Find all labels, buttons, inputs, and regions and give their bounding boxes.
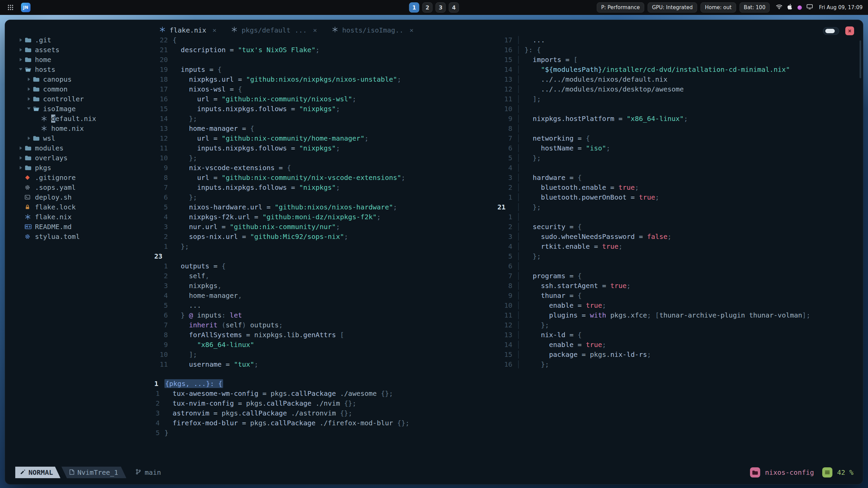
code-line[interactable]: 3 nixpkgs, xyxy=(154,281,497,290)
code-line[interactable]: 15│ imports = [ xyxy=(497,55,862,64)
code-line[interactable]: 21 description = "tux's NixOS Flake"; xyxy=(154,45,497,55)
code-line[interactable]: 4│ xyxy=(497,163,862,172)
code-line[interactable]: 16│ }; xyxy=(497,359,862,369)
code-line[interactable]: 9│ thunar = { xyxy=(497,290,862,300)
tab-hosts-isoimag-[interactable]: hosts/isoImag..× xyxy=(332,26,414,34)
status-badge[interactable]: Bat: 100 xyxy=(739,2,770,13)
code-line[interactable]: 3│ hardware = { xyxy=(497,172,862,182)
code-line[interactable]: 7 inherit (self) outputs; xyxy=(154,320,497,330)
tree-item-flake-nix[interactable]: flake.nix xyxy=(12,212,158,222)
code-line[interactable]: 1 tux-awesome-wm-config = pkgs.callPacka… xyxy=(154,388,859,398)
tree-item-home[interactable]: home xyxy=(12,55,158,64)
code-line[interactable]: 12 url = "github:nix-community/home-mana… xyxy=(154,133,497,143)
chevron-right-icon[interactable] xyxy=(25,97,33,101)
code-line[interactable]: 8│ xyxy=(497,123,862,133)
code-line[interactable]: 13│ ../../modules/nixos/default.nix xyxy=(497,74,862,84)
workspace-3[interactable]: 3 xyxy=(436,2,446,13)
chevron-right-icon[interactable] xyxy=(25,137,33,140)
code-line[interactable]: 17 nixos-wsl = { xyxy=(154,84,497,94)
tree-item-wsl[interactable]: wsl xyxy=(12,133,158,143)
tree-item-isoimage[interactable]: isoImage xyxy=(12,104,158,114)
editor-right-split[interactable]: 17│ ...16│}: {15│ imports = [14│ "${modu… xyxy=(497,35,862,369)
scrollbar-thumb[interactable] xyxy=(860,40,861,78)
code-line[interactable]: 17│ ... xyxy=(497,35,862,45)
accent-dot-icon[interactable] xyxy=(797,5,802,10)
tree-item-stylua-toml[interactable]: stylua.toml xyxy=(12,231,158,241)
code-line[interactable]: 15│ package = pkgs.nix-ld-rs; xyxy=(497,349,862,359)
code-line[interactable]: 10│ xyxy=(497,104,862,114)
code-line[interactable]: 9 nix-vscode-extensions = { xyxy=(154,163,497,172)
tree-item-common[interactable]: common xyxy=(12,84,158,94)
wifi-icon[interactable] xyxy=(776,4,783,11)
tab-pkgs-default-[interactable]: pkgs/default ...× xyxy=(231,26,317,34)
code-line[interactable]: 2 tux-nvim-config = pkgs.callPackage ./n… xyxy=(154,398,859,408)
code-line[interactable]: 4 nixpkgs-f2k.url = "github:moni-dz/nixp… xyxy=(154,212,497,222)
chevron-right-icon[interactable] xyxy=(17,38,25,42)
tab-flake-nix[interactable]: flake.nix× xyxy=(159,26,216,34)
tab-close-icon[interactable]: × xyxy=(212,26,216,34)
apple-icon[interactable] xyxy=(787,4,793,11)
tree-item-overlays[interactable]: overlays xyxy=(12,153,158,163)
chevron-right-icon[interactable] xyxy=(17,146,25,150)
window-toggle[interactable] xyxy=(823,27,839,35)
tree-item-default-nix[interactable]: default.nix xyxy=(12,114,158,123)
code-line[interactable]: 20 xyxy=(154,55,497,64)
tree-item-canopus[interactable]: canopus xyxy=(12,74,158,84)
code-line[interactable]: 22{ xyxy=(154,35,497,45)
code-line[interactable]: 7│ networking = { xyxy=(497,133,862,143)
code-line[interactable]: 4 firefox-mod-blur = pkgs.callPackage ./… xyxy=(154,418,859,428)
chevron-right-icon[interactable] xyxy=(25,87,33,91)
tab-close-icon[interactable]: × xyxy=(410,26,414,34)
tree-item-flake-lock[interactable]: flake.lock xyxy=(12,202,158,212)
code-line[interactable]: 8│ ssh.startAgent = true; xyxy=(497,281,862,290)
code-line[interactable]: 3 astronvim = pkgs.callPackage ./astronv… xyxy=(154,408,859,418)
code-line[interactable]: 23 xyxy=(154,251,497,261)
code-line[interactable]: 2│ bluetooth.enable = true; xyxy=(497,182,862,192)
workspace-2[interactable]: 2 xyxy=(422,2,433,13)
tree-item--git[interactable]: .git xyxy=(12,35,158,45)
editor-bottom-split[interactable]: 1{pkgs, ...}: {1 tux-awesome-wm-config =… xyxy=(154,379,859,438)
workspace-1[interactable]: 1 xyxy=(409,2,419,13)
jn-badge[interactable]: JN xyxy=(21,3,31,12)
code-line[interactable]: 16│}: { xyxy=(497,45,862,55)
code-line[interactable]: 11│ ]; xyxy=(497,94,862,104)
code-line[interactable]: 18 nixpkgs.url = "github:nixos/nixpkgs/n… xyxy=(154,74,497,84)
window-close-button[interactable]: × xyxy=(845,26,854,35)
code-line[interactable]: 1│ xyxy=(497,212,862,222)
tree-item--sops-yaml[interactable]: .sops.yaml xyxy=(12,182,158,192)
code-line[interactable]: 19 inputs = { xyxy=(154,64,497,74)
tree-item-deploy-sh[interactable]: deploy.sh xyxy=(12,192,158,202)
status-badge[interactable]: P: Performance xyxy=(597,2,644,13)
code-line[interactable]: 7 inputs.nixpkgs.follows = "nixpkgs"; xyxy=(154,182,497,192)
code-line[interactable]: 13 home-manager = { xyxy=(154,123,497,133)
code-line[interactable]: 1│ bluetooth.powerOnBoot = true; xyxy=(497,192,862,202)
status-badge[interactable]: GPU: Integrated xyxy=(648,2,697,13)
tree-item-home-nix[interactable]: home.nix xyxy=(12,123,158,133)
code-line[interactable]: 1 }; xyxy=(154,241,497,251)
code-line[interactable]: 14│ enable = true; xyxy=(497,340,862,349)
code-line[interactable]: 2 sops-nix.url = "github:Mic92/sops-nix"… xyxy=(154,231,497,241)
chevron-down-icon[interactable] xyxy=(17,68,25,70)
chevron-right-icon[interactable] xyxy=(17,48,25,52)
tab-close-icon[interactable]: × xyxy=(313,26,317,34)
code-line[interactable]: 8 forAllSystems = nixpkgs.lib.genAttrs [ xyxy=(154,330,497,340)
code-line[interactable]: 6│ hostName = "iso"; xyxy=(497,143,862,153)
display-icon[interactable] xyxy=(807,4,813,11)
code-line[interactable]: 5│ }; xyxy=(497,251,862,261)
code-line[interactable]: 8 url = "github:nix-community/nix-vscode… xyxy=(154,172,497,182)
code-line[interactable]: 2│ security = { xyxy=(497,222,862,231)
code-line[interactable]: 15 inputs.nixpkgs.follows = "nixpkgs"; xyxy=(154,104,497,114)
code-line[interactable]: 1{pkgs, ...}: { xyxy=(154,379,859,388)
code-line[interactable]: 16 url = "github:nix-community/nixos-wsl… xyxy=(154,94,497,104)
git-branch[interactable]: main xyxy=(135,467,161,478)
code-line[interactable]: 5 ... xyxy=(154,300,497,310)
tree-item-assets[interactable]: assets xyxy=(12,45,158,55)
code-line[interactable]: 4 home-manager, xyxy=(154,290,497,300)
code-line[interactable]: 10 }; xyxy=(154,153,497,163)
workspace-4[interactable]: 4 xyxy=(449,2,459,13)
code-line[interactable]: 21│ }; xyxy=(497,202,862,212)
code-line[interactable]: 5 nixos-hardware.url = "github:nixos/nix… xyxy=(154,202,497,212)
status-badge[interactable]: Home: out xyxy=(701,2,736,13)
chevron-down-icon[interactable] xyxy=(25,107,33,110)
editor-left-split[interactable]: 22{21 description = "tux's NixOS Flake";… xyxy=(154,35,497,369)
